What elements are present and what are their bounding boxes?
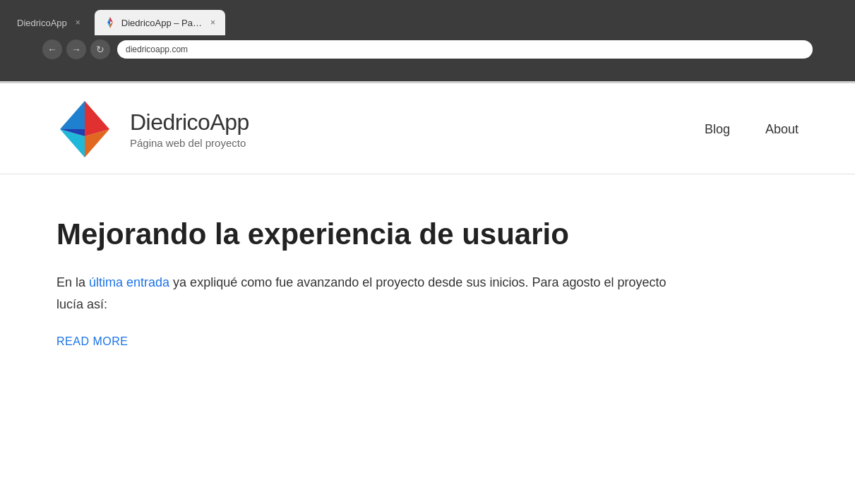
site-branding: DiedricoApp Página web del proyecto bbox=[56, 97, 249, 161]
nav-about[interactable]: About bbox=[765, 122, 799, 137]
browser-chrome: DiedricoApp × DiedricoApp – Pa… × ← → ↻ … bbox=[0, 0, 855, 81]
site-subtitle: Página web del proyecto bbox=[130, 137, 249, 149]
main-content: Mejorando la experiencia de usuario En l… bbox=[0, 174, 855, 376]
post-excerpt: En la última entrada ya expliqué como fu… bbox=[56, 272, 692, 315]
nav-buttons: ← → ↻ bbox=[42, 40, 110, 59]
post-title: Mejorando la experiencia de usuario bbox=[56, 217, 799, 252]
read-more-link[interactable]: READ MORE bbox=[56, 335, 128, 347]
svg-marker-6 bbox=[60, 101, 85, 129]
address-bar-area: ← → ↻ diedricoapp.com bbox=[0, 35, 855, 64]
reload-button[interactable]: ↻ bbox=[90, 40, 110, 59]
tab-active[interactable]: DiedricoApp – Pa… × bbox=[95, 10, 225, 35]
forward-button[interactable]: → bbox=[66, 40, 86, 59]
svg-marker-0 bbox=[110, 17, 113, 23]
tab-active-label: DiedricoApp – Pa… bbox=[121, 18, 202, 28]
site-header: DiedricoApp Página web del proyecto Blog… bbox=[0, 83, 855, 174]
site-logo bbox=[56, 97, 113, 161]
tab-inactive-label: DiedricoApp bbox=[17, 18, 67, 28]
url-text: diedricoapp.com bbox=[126, 44, 188, 54]
tabs-bar: DiedricoApp × DiedricoApp – Pa… × bbox=[0, 0, 855, 35]
page-content: DiedricoApp Página web del proyecto Blog… bbox=[0, 83, 855, 479]
tab-inactive[interactable]: DiedricoApp × bbox=[7, 10, 90, 35]
svg-marker-5 bbox=[85, 101, 109, 129]
tab-favicon bbox=[104, 17, 116, 28]
svg-marker-3 bbox=[110, 23, 113, 28]
site-title-group: DiedricoApp Página web del proyecto bbox=[130, 109, 249, 149]
nav-blog[interactable]: Blog bbox=[705, 122, 730, 137]
address-bar[interactable]: diedricoapp.com bbox=[117, 40, 813, 59]
tab-inactive-close[interactable]: × bbox=[76, 18, 80, 28]
site-nav: Blog About bbox=[705, 122, 799, 137]
back-button[interactable]: ← bbox=[42, 40, 62, 59]
tab-active-close[interactable]: × bbox=[210, 18, 215, 28]
excerpt-before-link: En la bbox=[56, 275, 89, 289]
site-title: DiedricoApp bbox=[130, 109, 249, 136]
excerpt-link[interactable]: última entrada bbox=[89, 275, 169, 289]
